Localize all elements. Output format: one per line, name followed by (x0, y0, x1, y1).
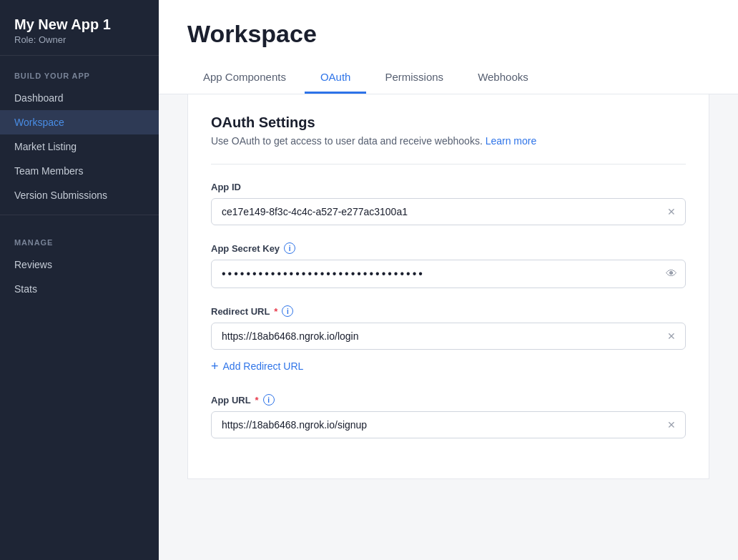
tab-app-components[interactable]: App Components (187, 64, 302, 94)
main-header: Workspace App Components OAuth Permissio… (159, 0, 738, 94)
app-url-field-group: App URL * i ✕ (211, 394, 686, 438)
oauth-description: Use OAuth to get access to user data and… (211, 135, 686, 147)
oauth-description-text: Use OAuth to get access to user data and… (211, 135, 483, 147)
close-icon: ✕ (667, 206, 676, 217)
manage-section-label: Manage (0, 222, 159, 252)
app-url-info-icon[interactable]: i (263, 394, 275, 406)
tab-webhooks[interactable]: Webhooks (462, 64, 544, 94)
form-divider-1 (211, 164, 686, 164)
oauth-card: OAuth Settings Use OAuth to get access t… (187, 94, 709, 479)
close-icon: ✕ (667, 419, 676, 431)
redirect-url-input-wrapper: ✕ (211, 323, 686, 350)
close-icon: ✕ (667, 330, 676, 342)
app-id-clear-button[interactable]: ✕ (666, 205, 677, 219)
app-url-input-wrapper: ✕ (211, 411, 686, 438)
add-redirect-url-button[interactable]: + Add Redirect URL (211, 355, 303, 377)
sidebar-item-version-submissions[interactable]: Version Submissions (0, 183, 159, 207)
app-id-label: App ID (211, 182, 686, 192)
sidebar-header: My New App 1 Role: Owner (0, 0, 159, 56)
sidebar: My New App 1 Role: Owner Build Your App … (0, 0, 159, 560)
redirect-url-field-group: Redirect URL * i ✕ + Add Redirect URL (211, 305, 686, 377)
content-area: OAuth Settings Use OAuth to get access t… (159, 94, 738, 560)
eye-icon: 👁 (666, 267, 677, 280)
tab-oauth[interactable]: OAuth (305, 64, 367, 94)
oauth-title: OAuth Settings (211, 114, 686, 131)
learn-more-link[interactable]: Learn more (486, 135, 537, 147)
redirect-url-clear-button[interactable]: ✕ (666, 329, 677, 343)
app-secret-key-input[interactable] (211, 260, 686, 288)
role-label: Role: Owner (14, 34, 144, 45)
app-url-label: App URL * i (211, 394, 686, 406)
app-id-input[interactable] (211, 198, 686, 225)
build-section-label: Build Your App (0, 56, 159, 86)
app-url-clear-button[interactable]: ✕ (666, 418, 677, 432)
sidebar-divider (0, 215, 159, 215)
app-name: My New App 1 (14, 16, 144, 33)
sidebar-item-team-members[interactable]: Team Members (0, 159, 159, 183)
page-title: Workspace (187, 20, 709, 48)
app-secret-key-field-group: App Secret Key i 👁 (211, 242, 686, 288)
app-id-input-wrapper: ✕ (211, 198, 686, 225)
redirect-url-info-icon[interactable]: i (282, 305, 293, 317)
plus-icon: + (211, 360, 219, 373)
app-id-field-group: App ID ✕ (211, 182, 686, 225)
redirect-url-required-star: * (274, 306, 277, 317)
redirect-url-label: Redirect URL * i (211, 305, 686, 317)
sidebar-item-market-listing[interactable]: Market Listing (0, 134, 159, 159)
sidebar-item-stats[interactable]: Stats (0, 277, 159, 301)
main-content: Workspace App Components OAuth Permissio… (159, 0, 738, 560)
add-redirect-url-label: Add Redirect URL (223, 360, 304, 372)
toggle-secret-visibility-button[interactable]: 👁 (666, 267, 677, 280)
app-url-required-star: * (255, 395, 259, 406)
redirect-url-input[interactable] (211, 323, 686, 350)
sidebar-item-dashboard[interactable]: Dashboard (0, 86, 159, 110)
sidebar-item-workspace[interactable]: Workspace (0, 110, 159, 134)
app-secret-key-input-wrapper: 👁 (211, 260, 686, 288)
secret-key-info-icon[interactable]: i (284, 242, 295, 254)
app-url-input[interactable] (211, 411, 686, 438)
app-secret-key-label: App Secret Key i (211, 242, 686, 254)
tabs: App Components OAuth Permissions Webhook… (187, 64, 709, 94)
tab-permissions[interactable]: Permissions (369, 64, 459, 94)
sidebar-item-reviews[interactable]: Reviews (0, 252, 159, 277)
